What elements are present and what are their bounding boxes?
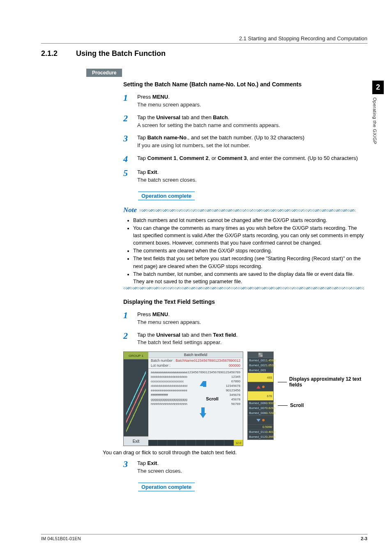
page-footer: IM 04L51B01-01EN 2-3: [41, 534, 367, 541]
grid-icon[interactable]: [248, 352, 273, 358]
note-item: Batch numbers and lot numbers cannot be …: [133, 217, 364, 224]
scroll-down-icon: [200, 407, 206, 418]
step-5: 5 Tap Exit. The batch screen closes.: [123, 169, 364, 184]
note-heading: Note: [123, 206, 364, 214]
step-1: 1 Press MENU. The menu screen appears.: [123, 93, 364, 109]
running-header-text: 2.1 Starting and Stopping Recording and …: [239, 35, 367, 42]
note-item: The batch number, lot number, and commen…: [133, 271, 364, 285]
exit-button[interactable]: Exit: [124, 436, 148, 446]
figure-center-panel: Batch textfield Batch number :BatchName0…: [148, 352, 243, 446]
annotation-text-fields: Displays approximately 12 text fields: [289, 376, 367, 388]
figure-caption: You can drag or flick to scroll through …: [103, 449, 367, 456]
proc2-step-2: 2 Tap the Universal tab and then Text fi…: [123, 331, 364, 347]
annotation-scroll: Scroll: [290, 402, 304, 408]
section-number: 2.1.2: [41, 49, 74, 58]
figure-scroll-label: Scroll: [206, 396, 219, 401]
procedure-label: Procedure: [86, 69, 122, 77]
operation-complete-badge: Operation complete: [138, 483, 195, 491]
note-list: Batch numbers and lot numbers cannot be …: [126, 217, 364, 285]
doc-id: IM 04L51B01-01EN: [41, 536, 81, 541]
menu-keyword: MENU: [152, 94, 168, 100]
note-label: Note: [123, 206, 137, 214]
step-2: 2 Tap the Universal tab and then Batch. …: [123, 114, 364, 130]
running-header: 2.1 Starting and Stopping Recording and …: [41, 35, 367, 44]
chapter-number: 2: [372, 81, 384, 94]
section-title: 2.1.2 Using the Batch Function: [41, 49, 367, 58]
figure-side-panel: Burned_0011.4590 Burned_0021.0530 Burned…: [247, 352, 274, 440]
step-number: 3: [123, 134, 131, 150]
step-number: 5: [123, 169, 131, 184]
figure-trend: [124, 359, 148, 436]
proc2-step-1: 1 Press MENU. The menu screen appears.: [123, 311, 364, 326]
chapter-title: Operating the GX/GP: [372, 97, 377, 144]
step-number: 1: [123, 93, 131, 109]
figure-left-panel: GROUP 1 Exit: [124, 352, 148, 446]
scroll-up-icon: [200, 382, 206, 392]
section-name: Using the Batch Function: [76, 49, 166, 58]
step-number: 2: [123, 331, 131, 347]
step-number: 2: [123, 114, 131, 130]
figure-group-label: GROUP 1: [124, 352, 148, 359]
side-tab: 2 Operating the GX/GP: [372, 81, 384, 144]
figure-text-list[interactable]: aaaaaaaaaaaaaaaaaaaa12345678901234567890…: [148, 369, 243, 407]
step-number: 3: [123, 460, 131, 475]
step-number: 1: [123, 311, 131, 326]
mini-scroll-up[interactable]: [248, 382, 273, 391]
note-rule: [139, 209, 355, 212]
figure-annotations: Displays approximately 12 text fields Sc…: [278, 352, 367, 408]
step-3: 3 Tap Batch name-No., and set the batch …: [123, 134, 364, 150]
figure-area: GROUP 1 Exit Batch textfield Batch numbe…: [123, 352, 367, 446]
note-rule-bottom: [123, 287, 364, 289]
proc2-heading: Displaying the Text Field Settings: [123, 298, 364, 305]
figure-center-title: Batch textfield: [148, 352, 243, 358]
bottom-highlight: 12.0: [234, 440, 243, 446]
note-item: You can change the comments as many time…: [133, 224, 364, 247]
figure-main: GROUP 1 Exit Batch textfield Batch numbe…: [123, 352, 243, 446]
mini-scroll-down[interactable]: [248, 416, 273, 425]
note-item: The comments are cleared when the GX/GP …: [133, 247, 364, 254]
proc2-step-3: 3 Tap Exit. The screen closes.: [123, 460, 364, 475]
proc1-heading: Setting the Batch Name (Batch name-No. L…: [123, 81, 364, 88]
page-number: 2-3: [361, 536, 367, 541]
operation-complete-badge: Operation complete: [138, 192, 195, 200]
step-number: 4: [123, 155, 131, 164]
note-item: The text fields that you set before you …: [133, 255, 364, 270]
step-4: 4 Tap Comment 1, Comment 2, or Comment 3…: [123, 155, 364, 164]
